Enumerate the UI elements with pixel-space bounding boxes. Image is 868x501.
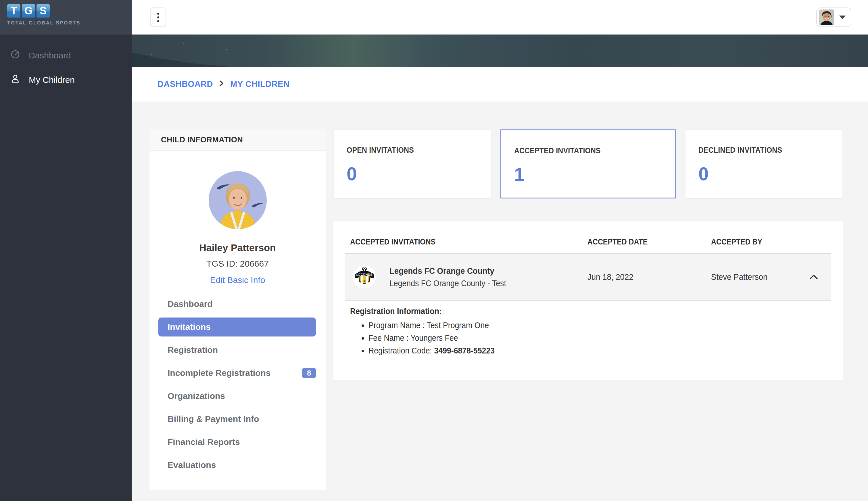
accepted-by-value: Steve Patterson [711,272,767,282]
brand-logo[interactable]: T G S TOTAL GLOBAL SPORTS [0,0,132,34]
chevron-up-icon[interactable] [809,274,818,280]
club-crest-logo: LEGENDS FC [352,265,376,289]
child-menu-dashboard[interactable]: Dashboard [150,292,326,316]
registration-details-heading: Registration Information: [350,307,442,316]
detail-program-name: Program Name : Test Program One [369,321,506,330]
stat-value: 1 [514,164,675,185]
column-accepted-invitations: ACCEPTED INVITATIONS [350,237,436,246]
logo-letter-g: G [22,4,35,18]
child-menu-financial-reports[interactable]: Financial Reports [150,430,326,454]
child-avatar [209,171,267,229]
registration-details: Registration Information: Program Name :… [350,307,506,359]
breadcrumb-dashboard[interactable]: DASHBOARD [157,79,213,89]
topbar [132,0,868,34]
open-invitations-card[interactable]: OPEN INVITATIONS 0 [333,129,491,199]
child-menu-organizations[interactable]: Organizations [150,384,326,407]
sidebar-item-label: Dashboard [29,51,71,61]
tgs-logo: T G S [7,4,132,18]
child-menu: Dashboard Invitations Registration Incom… [150,292,326,477]
invitation-stats: OPEN INVITATIONS 0 ACCEPTED INVITATIONS … [333,129,843,199]
child-menu-evaluations[interactable]: Evaluations [150,454,326,477]
child-card-header: CHILD INFORMATION [150,129,326,151]
organization-name: Legends FC Orange County [389,266,494,276]
accepted-date-value: Jun 18, 2022 [587,272,634,282]
logo-letter-s: S [36,4,50,18]
registration-details-list: Program Name : Test Program One Fee Name… [350,321,506,355]
child-menu-registration[interactable]: Registration [150,339,326,362]
sidebar-item-label: My Children [29,75,75,85]
accepted-invitations-card[interactable]: ACCEPTED INVITATIONS 1 [501,129,676,199]
chevron-right-icon [219,79,224,89]
child-menu-invitations[interactable]: Invitations [158,318,316,337]
detail-fee-name: Fee Name : Youngers Fee [369,333,506,343]
invitation-row[interactable]: LEGENDS FC Legends FC Orange County Lege… [345,253,831,301]
column-accepted-date: ACCEPTED DATE [587,237,648,246]
stat-label: ACCEPTED INVITATIONS [514,146,601,155]
stat-label: DECLINED INVITATIONS [699,146,782,155]
breadcrumb-my-children[interactable]: MY CHILDREN [230,79,289,89]
sidebar: T G S TOTAL GLOBAL SPORTS Dashboard [0,0,132,501]
gauge-icon [10,50,20,61]
edit-basic-info-link[interactable]: Edit Basic Info [150,275,326,285]
app-root: T G S TOTAL GLOBAL SPORTS Dashboard [0,0,868,501]
main-area: DASHBOARD MY CHILDREN CHILD INFORMATION [132,0,868,501]
child-menu-billing-payment-info[interactable]: Billing & Payment Info [150,407,326,430]
child-card-title: CHILD INFORMATION [161,136,243,145]
child-menu-incomplete-registrations[interactable]: Incomplete Registrations 8 [150,362,326,384]
child-tgs-id: TGS ID: 206667 [150,259,326,269]
breadcrumb-bar: DASHBOARD MY CHILDREN [132,67,868,102]
breadcrumb: DASHBOARD MY CHILDREN [157,67,289,102]
stat-value: 0 [347,163,491,185]
svg-text:LEGENDS: LEGENDS [356,273,373,276]
content-area: CHILD INFORMATION [132,102,868,501]
child-name: Hailey Patterson [150,242,326,253]
kebab-icon [157,13,159,22]
user-avatar [819,10,834,25]
user-menu-button[interactable] [816,8,851,27]
person-icon [10,74,20,86]
brand-tagline: TOTAL GLOBAL SPORTS [7,20,132,26]
sidebar-item-my-children[interactable]: My Children [0,67,132,92]
sidebar-nav: Dashboard My Children [0,43,132,92]
column-accepted-by: ACCEPTED BY [711,237,762,246]
child-information-card: CHILD INFORMATION [150,129,326,490]
incomplete-count-badge: 8 [302,368,316,378]
stat-value: 0 [699,163,843,185]
app-menu-kebab-button[interactable] [150,8,166,27]
caret-down-icon [839,15,846,19]
svg-text:FC: FC [362,279,366,283]
organization-cell: Legends FC Orange County Legends FC Oran… [389,266,516,288]
detail-registration-code: Registration Code: 3499-6878-55223 [369,346,506,355]
logo-letter-t: T [7,4,20,18]
organization-subtitle: Legends FC Orange County - Test [389,279,506,288]
hero-banner-image [132,34,868,67]
accepted-invitations-panel: ACCEPTED INVITATIONS ACCEPTED DATE ACCEP… [333,222,843,380]
sidebar-item-dashboard[interactable]: Dashboard [0,43,132,67]
declined-invitations-card[interactable]: DECLINED INVITATIONS 0 [685,129,843,199]
stat-label: OPEN INVITATIONS [347,146,414,155]
